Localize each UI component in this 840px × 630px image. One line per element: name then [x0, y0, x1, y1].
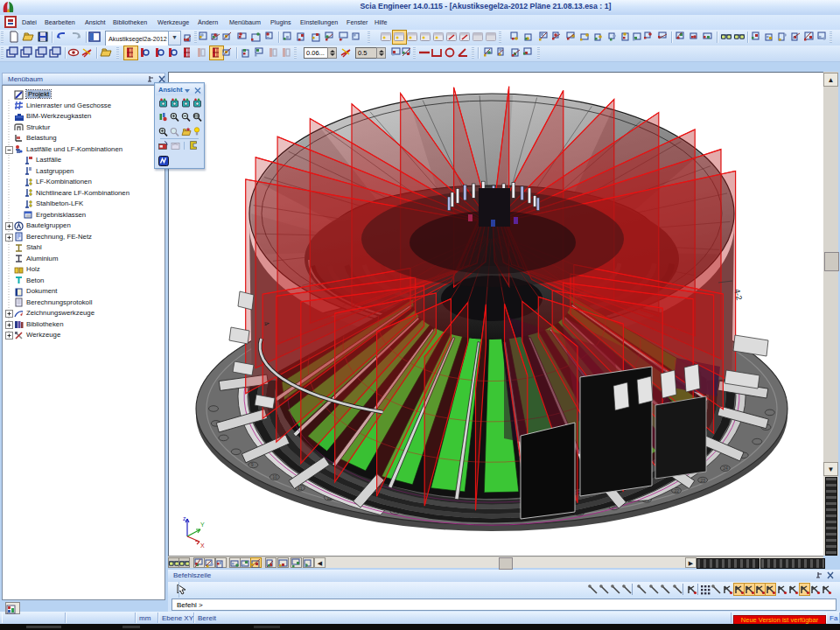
svg-text:X: X	[200, 542, 205, 549]
svg-text:24: 24	[723, 466, 728, 471]
svg-text:Y: Y	[200, 522, 205, 528]
svg-text:z: z	[183, 515, 186, 522]
svg-text:22: 22	[675, 488, 680, 494]
svg-text:10: 10	[272, 474, 277, 480]
svg-text:9: 9	[251, 462, 254, 467]
svg-text:23: 23	[701, 478, 706, 483]
